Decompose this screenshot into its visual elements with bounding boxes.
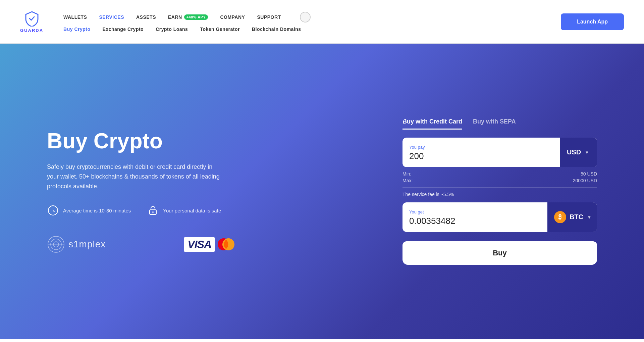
btc-icon: ₿ <box>554 211 566 223</box>
nav-crypto-loans[interactable]: Crypto Loans <box>156 27 188 32</box>
min-value: 50 USD <box>581 171 597 177</box>
hero-left: Buy Crypto Safely buy cryptocurrencies w… <box>47 129 376 254</box>
nav-links: WALLETS SERVICES ASSETS EARN +40% APY CO… <box>63 12 561 32</box>
svg-point-2 <box>152 211 154 213</box>
navbar: GUARDA WALLETS SERVICES ASSETS EARN +40%… <box>0 0 644 44</box>
hero-section: Buy Crypto Safely buy cryptocurrencies w… <box>0 44 644 339</box>
btc-selector[interactable]: ₿ BTC ▾ <box>547 202 597 232</box>
earn-badge-tag: +40% APY <box>184 14 208 20</box>
simplex-icon <box>47 235 65 253</box>
lock-icon <box>147 204 159 216</box>
tab-credit-card[interactable]: Buy with Credit Card <box>402 118 462 130</box>
hero-description: Safely buy cryptocurrencies with debit o… <box>47 162 221 191</box>
limits-min-row: Min: 50 USD <box>402 171 597 177</box>
nav-exchange-crypto[interactable]: Exchange Crypto <box>103 27 144 32</box>
mastercard-logo <box>217 236 235 253</box>
logo[interactable]: GUARDA <box>20 10 43 33</box>
nav-company[interactable]: COMPANY <box>220 14 245 20</box>
feature-time-text: Average time is 10-30 minutes <box>63 208 131 213</box>
you-pay-input[interactable] <box>409 151 553 161</box>
usd-label: USD <box>567 148 581 156</box>
max-label: Max: <box>402 178 413 183</box>
feature-security: Your personal data is safe <box>147 204 221 216</box>
simplex-text: s1mplex <box>68 239 106 250</box>
logo-icon <box>24 10 40 27</box>
theme-toggle[interactable] <box>300 12 311 22</box>
logo-text: GUARDA <box>20 28 43 33</box>
nav-top: WALLETS SERVICES ASSETS EARN +40% APY CO… <box>63 12 311 22</box>
visa-logo: VISA <box>184 237 215 252</box>
hero-title: Buy Crypto <box>47 129 376 153</box>
buy-button[interactable]: Buy <box>402 241 597 265</box>
nav-wallets[interactable]: WALLETS <box>63 14 87 20</box>
max-value: 20000 USD <box>573 178 597 183</box>
nav-bottom: Buy Crypto Exchange Crypto Crypto Loans … <box>63 27 301 32</box>
you-get-field-wrap: You get <box>402 203 547 231</box>
nav-services[interactable]: SERVICES <box>99 14 124 20</box>
you-pay-label: You pay <box>409 145 553 150</box>
min-label: Min: <box>402 171 411 177</box>
btc-chevron-icon: ▾ <box>588 214 590 220</box>
launch-app-button[interactable]: Launch App <box>561 13 624 30</box>
clock-icon <box>47 204 59 216</box>
hero-features: Average time is 10-30 minutes Your perso… <box>47 204 376 216</box>
nav-blockchain-domains[interactable]: Blockchain Domains <box>252 27 301 32</box>
btc-label: BTC <box>570 213 583 221</box>
hero-right: Buy with Credit Card Buy with SEPA You p… <box>402 118 597 265</box>
card-logos: VISA <box>184 236 235 253</box>
feature-time: Average time is 10-30 minutes <box>47 204 131 216</box>
partners: s1mplex VISA <box>47 235 235 253</box>
nav-assets[interactable]: ASSETS <box>136 14 156 20</box>
nav-buy-crypto[interactable]: Buy Crypto <box>63 27 90 32</box>
you-get-label: You get <box>409 209 541 214</box>
you-get-input[interactable] <box>409 216 541 226</box>
simplex-logo: s1mplex <box>47 235 106 253</box>
tab-sepa[interactable]: Buy with SEPA <box>473 118 516 130</box>
feature-security-text: Your personal data is safe <box>163 208 221 213</box>
nav-earn[interactable]: EARN +40% APY <box>168 14 208 20</box>
limits-divider <box>402 187 597 188</box>
panel-tabs: Buy with Credit Card Buy with SEPA <box>402 118 597 130</box>
limits-max-row: Max: 20000 USD <box>402 178 597 183</box>
you-pay-group: You pay USD ▾ <box>402 138 597 167</box>
you-pay-field-wrap: You pay <box>402 139 560 166</box>
nav-token-generator[interactable]: Token Generator <box>200 27 240 32</box>
fee-text: The service fee is ~5.5% <box>402 192 597 197</box>
buy-panel: Buy with Credit Card Buy with SEPA You p… <box>402 118 597 265</box>
nav-support[interactable]: SUPPORT <box>257 14 281 20</box>
usd-selector[interactable]: USD ▾ <box>560 138 597 167</box>
you-get-group: You get ₿ BTC ▾ <box>402 202 597 232</box>
usd-chevron-icon: ▾ <box>586 150 588 155</box>
